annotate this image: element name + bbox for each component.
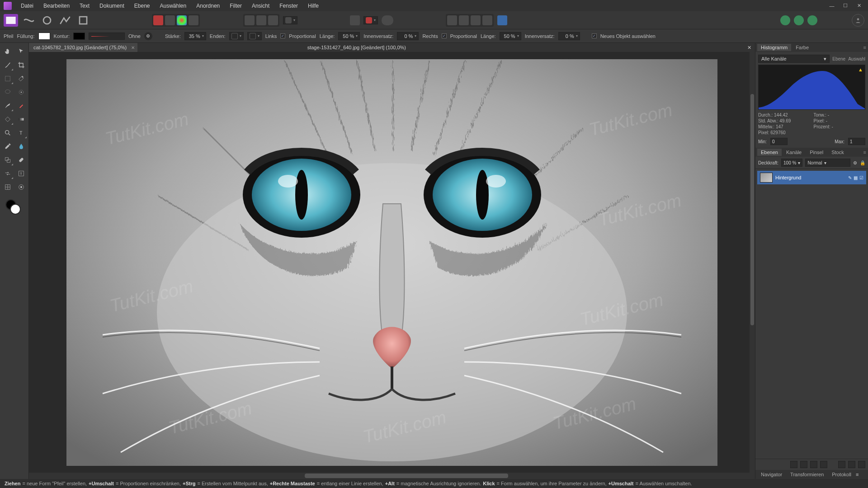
persona-export[interactable] (76, 14, 90, 27)
t2-icon[interactable] (459, 15, 469, 25)
max-input[interactable] (848, 138, 865, 145)
opacity-select[interactable]: 100 %▾ (781, 159, 802, 167)
fx-icon[interactable] (810, 461, 817, 468)
add-layer-icon[interactable] (848, 461, 855, 468)
fg-color-well[interactable] (10, 204, 21, 215)
t4-icon[interactable] (482, 15, 492, 25)
minimize-btn[interactable]: — (826, 1, 837, 10)
tab-farbe[interactable]: Farbe (792, 44, 812, 51)
menu-text[interactable]: Text (75, 1, 94, 11)
doc-tab-0[interactable]: cat-1045782_1920.jpg [Geändert] (75,0%) … (29, 43, 137, 52)
layers-menu-icon[interactable]: ≡ (863, 150, 866, 155)
tab-pinsel[interactable]: Pinsel (806, 149, 827, 156)
scope-auswahl[interactable]: Auswahl (848, 56, 865, 61)
clone-tool[interactable] (2, 154, 14, 166)
node-tool[interactable] (2, 59, 14, 71)
prop-right-chk[interactable] (442, 33, 447, 38)
healing-tool[interactable] (15, 154, 27, 166)
tab-navigator[interactable]: Navigator (757, 471, 786, 478)
prop-left-chk[interactable] (280, 33, 285, 38)
preview-icon[interactable] (382, 15, 393, 25)
tab-kanaele[interactable]: Kanäle (783, 149, 805, 156)
eyedropper-tool[interactable] (2, 141, 14, 152)
menu-ansicht[interactable]: Ansicht (247, 1, 274, 11)
layer-fx-icon[interactable]: ⚙ (853, 160, 857, 165)
grid3-icon[interactable] (268, 15, 278, 25)
length-r-dd[interactable]: 50 %▾ (500, 32, 521, 40)
live-icon[interactable] (820, 461, 827, 468)
color-replace-tool[interactable] (15, 100, 27, 112)
quickmask-icon[interactable] (153, 15, 163, 25)
end-left-dd[interactable]: ▾ (229, 32, 244, 40)
delete-layer-icon[interactable] (858, 461, 865, 468)
end-right-dd[interactable]: ▾ (247, 32, 262, 40)
mask-icon[interactable] (790, 461, 797, 468)
menu-anordnen[interactable]: Anordnen (192, 1, 224, 11)
length-l-dd[interactable]: 50 %▾ (338, 32, 360, 40)
menu-datei[interactable]: Datei (16, 1, 38, 11)
min-input[interactable] (770, 138, 788, 145)
grid2-icon[interactable] (256, 15, 266, 25)
distribute-icon[interactable] (497, 15, 507, 25)
channel-select[interactable]: Alle Kanäle▾ (758, 55, 830, 63)
strength-dd[interactable]: 35 %▾ (184, 32, 206, 40)
mesh-tool[interactable] (2, 181, 14, 193)
arrange-icon[interactable] (350, 15, 360, 25)
tab-stock[interactable]: Stock (828, 149, 848, 156)
canvas-hscroll[interactable] (29, 473, 755, 479)
tab-ebenen[interactable]: Ebenen (757, 149, 782, 156)
lasso-tool[interactable] (2, 86, 14, 98)
perspective-tool[interactable] (15, 181, 27, 193)
stroke-swatch[interactable] (73, 33, 85, 40)
menu-fenster[interactable]: Fenster (275, 1, 302, 11)
menu-dokument[interactable]: Dokument (95, 1, 129, 11)
account-icon[interactable] (852, 14, 864, 27)
persona-tonemap[interactable] (58, 14, 72, 27)
canvas-vscroll[interactable] (750, 52, 755, 473)
hand-tool[interactable] (2, 46, 14, 57)
frame-text-tool[interactable]: T (15, 168, 27, 179)
color-wells[interactable] (2, 197, 27, 217)
layer-edit-icon[interactable]: ✎ (848, 175, 852, 180)
text-tool[interactable]: T (15, 127, 27, 139)
layer-lock-icon[interactable]: 🔒 (860, 160, 865, 165)
doc-tab-1[interactable]: stage-1531427_640.jpg [Geändert] (100,0%… (303, 43, 417, 52)
blend-select[interactable]: Normal▾ (805, 159, 850, 167)
align-dd[interactable]: ▾ (363, 16, 378, 24)
persona-develop[interactable] (40, 14, 54, 27)
close-btn[interactable]: ✕ (854, 1, 864, 10)
menu-auswaehlen[interactable]: Auswählen (155, 1, 191, 11)
panel-menu-icon[interactable]: ≡ (863, 45, 866, 50)
tab-histogramm[interactable]: Histogramm (757, 44, 791, 51)
newobj-chk[interactable] (592, 33, 597, 38)
group-icon[interactable] (838, 461, 845, 468)
inset-r-dd[interactable]: 0 %▾ (558, 32, 580, 40)
move-tool[interactable] (15, 46, 27, 57)
t3-icon[interactable] (471, 15, 481, 25)
sync3-icon[interactable] (807, 15, 817, 25)
grid1-icon[interactable] (245, 15, 255, 25)
fill-swatch[interactable] (38, 33, 50, 40)
scope-ebene[interactable]: Ebene (832, 56, 845, 61)
menu-hilfe[interactable]: Hilfe (303, 1, 323, 11)
fill-tool[interactable] (2, 113, 14, 125)
layer-link-icon[interactable]: ▦ (854, 175, 858, 180)
inset-l-dd[interactable]: 0 %▾ (397, 32, 419, 40)
blur-tool[interactable] (15, 141, 27, 152)
doc-tab-0-close-icon[interactable]: ✕ (131, 45, 135, 50)
refine-icon[interactable] (165, 15, 175, 25)
shape-tool[interactable] (2, 168, 14, 179)
wand-tool[interactable] (15, 73, 27, 84)
persona-photo[interactable] (4, 14, 18, 27)
bottom-menu-icon[interactable]: ≡ (856, 472, 859, 477)
doc-tab-1-close-icon[interactable]: ✕ (747, 45, 751, 51)
marquee-tool[interactable] (2, 73, 14, 84)
toggle-icon[interactable] (189, 15, 198, 25)
tab-protokoll[interactable]: Protokoll (828, 471, 855, 478)
adjust-icon[interactable] (800, 461, 807, 468)
t1-icon[interactable] (447, 15, 457, 25)
stroke-preview[interactable] (89, 33, 125, 40)
tab-transform[interactable]: Transformieren (787, 471, 827, 478)
zoom-dd[interactable]: ▾ (283, 16, 297, 24)
color-chooser-icon[interactable] (177, 15, 187, 25)
